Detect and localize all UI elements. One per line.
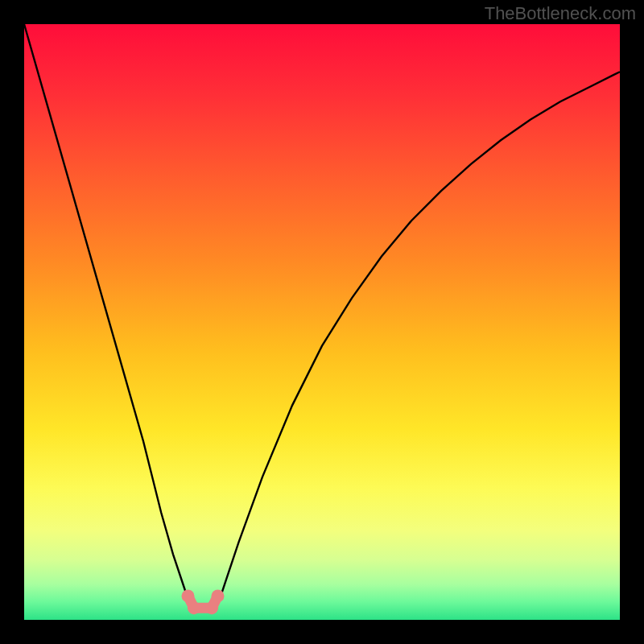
chart-container: TheBottleneck.com (0, 0, 644, 644)
markers-layer (24, 24, 620, 620)
watermark-text: TheBottleneck.com (485, 3, 636, 24)
marker-left-top (182, 589, 195, 602)
marker-right-bottom (205, 601, 218, 614)
marker-right-top (212, 589, 225, 602)
plot-area (24, 24, 620, 620)
marker-left-bottom (188, 601, 200, 614)
